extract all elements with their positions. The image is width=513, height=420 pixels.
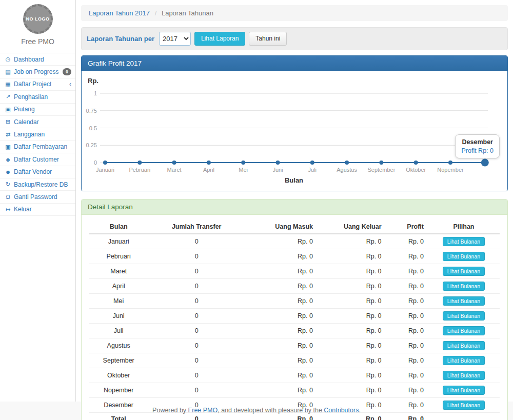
dashboard-icon: ◷ — [4, 56, 12, 63]
month-cell: Maret — [89, 264, 148, 279]
chart-container: Rp.10.750.50.250JanuariPebruariMaretApri… — [82, 71, 507, 191]
action-cell: Lihat Bulanan — [428, 353, 500, 368]
column-header: Profit — [386, 220, 428, 234]
contributors-link[interactable]: Contributors — [324, 407, 359, 414]
report-panel-title: Detail Laporan — [82, 199, 507, 215]
breadcrumb-link[interactable]: Laporan Tahun 2017 — [89, 9, 150, 17]
year-select[interactable]: 2017 — [159, 32, 191, 46]
profit-cell: Rp. 0 — [386, 249, 428, 264]
month-cell: Pebruari — [89, 249, 148, 264]
action-cell: Lihat Bulanan — [428, 338, 500, 353]
profit-cell: Rp. 0 — [386, 234, 428, 249]
table-header-row: BulanJumlah TransferUang MasukUang Kelua… — [89, 220, 500, 234]
lihat-bulanan-button[interactable]: Lihat Bulanan — [443, 267, 485, 276]
transfer-cell: 0 — [148, 294, 245, 309]
svg-text:Mei: Mei — [239, 167, 248, 173]
profit-cell: Rp. 0 — [386, 353, 428, 368]
tooltip-title: Desember — [461, 138, 494, 146]
table-row: Juni0Rp. 0Rp. 0Rp. 0Lihat Bulanan — [89, 309, 500, 324]
sidebar-item-label: Dashboard — [14, 56, 44, 63]
chevron-left-icon: ‹ — [69, 81, 71, 88]
sidebar-item-keluar[interactable]: ↦Keluar — [0, 204, 75, 216]
chart-tooltip: Desember Profit Rp: 0 — [455, 134, 500, 158]
month-cell: Januari — [89, 234, 148, 249]
sidebar-item-backup-restore-db[interactable]: ↻Backup/Restore DB — [0, 178, 75, 191]
uang-masuk-cell: Rp. 0 — [245, 234, 317, 249]
svg-text:Maret: Maret — [167, 167, 182, 173]
action-cell: Lihat Bulanan — [428, 309, 500, 324]
action-cell: Lihat Bulanan — [428, 264, 500, 279]
sidebar-item-label: Keluar — [14, 206, 32, 213]
lihat-bulanan-button[interactable]: Lihat Bulanan — [443, 326, 485, 335]
sidebar-item-piutang[interactable]: ▣Piutang — [0, 104, 75, 116]
action-cell: Lihat Bulanan — [428, 324, 500, 338]
month-cell: April — [89, 279, 148, 294]
month-cell: Oktober — [89, 368, 148, 383]
profit-chart[interactable]: Rp.10.750.50.250JanuariPebruariMaretApri… — [86, 75, 502, 187]
sidebar-item-daftar-project[interactable]: ▦Daftar Project‹ — [0, 78, 75, 91]
sidebar-item-ganti-password[interactable]: ΩGanti Password — [0, 191, 75, 203]
lock-icon: Ω — [4, 194, 12, 200]
table-row: September0Rp. 0Rp. 0Rp. 0Lihat Bulanan — [89, 353, 500, 368]
sidebar-item-daftar-pembayaran[interactable]: ▣Daftar Pembayaran — [0, 141, 75, 153]
table-row: Agustus0Rp. 0Rp. 0Rp. 0Lihat Bulanan — [89, 338, 500, 353]
action-cell: Lihat Bulanan — [428, 368, 500, 383]
transfer-cell: 0 — [148, 338, 245, 353]
svg-text:Rp.: Rp. — [88, 77, 98, 85]
tooltip-value: Profit Rp: 0 — [461, 147, 494, 154]
logo-text: NO LOGO — [26, 16, 50, 22]
sidebar-item-langganan[interactable]: ⇄Langganan — [0, 128, 75, 141]
lihat-bulanan-button[interactable]: Lihat Bulanan — [443, 341, 485, 350]
uang-masuk-cell: Rp. 0 — [245, 279, 317, 294]
transfer-cell: 0 — [148, 383, 245, 398]
sidebar-item-job-on-progress[interactable]: ▤Job on Progress0 — [0, 66, 75, 78]
month-cell: Mei — [89, 294, 148, 309]
svg-text:0.5: 0.5 — [89, 125, 97, 131]
month-cell: Desember — [89, 398, 148, 413]
month-cell: Nopember — [89, 383, 148, 398]
action-cell: Lihat Bulanan — [428, 234, 500, 249]
table-row: Oktober0Rp. 0Rp. 0Rp. 0Lihat Bulanan — [89, 368, 500, 383]
uang-masuk-cell: Rp. 0 — [245, 324, 317, 338]
uang-keluar-cell: Rp. 0 — [317, 383, 386, 398]
column-header: Uang Keluar — [317, 220, 386, 234]
action-cell: Lihat Bulanan — [428, 398, 500, 413]
profit-cell: Rp. 0 — [386, 398, 428, 413]
lihat-bulanan-button[interactable]: Lihat Bulanan — [443, 371, 485, 380]
column-header: Pilihan — [428, 220, 500, 234]
profit-cell: Rp. 0 — [386, 309, 428, 324]
lihat-bulanan-button[interactable]: Lihat Bulanan — [443, 386, 485, 395]
uang-keluar-cell: Rp. 0 — [317, 249, 386, 264]
svg-text:Pebruari: Pebruari — [129, 167, 151, 173]
sidebar-item-calendar[interactable]: ⊞Calendar — [0, 116, 75, 128]
svg-text:Bulan: Bulan — [285, 176, 303, 184]
sidebar-item-penghasilan[interactable]: ↗Penghasilan — [0, 91, 75, 103]
uang-keluar-cell: Rp. 0 — [317, 338, 386, 353]
lihat-laporan-button[interactable]: Lihat Laporan — [194, 32, 245, 46]
lihat-bulanan-button[interactable]: Lihat Bulanan — [443, 356, 485, 365]
transfer-cell: 0 — [148, 279, 245, 294]
report-table-wrap: BulanJumlah TransferUang MasukUang Kelua… — [82, 215, 507, 420]
app-window: NO LOGO Free PMO ◷Dashboard▤Job on Progr… — [0, 0, 513, 402]
lihat-bulanan-button[interactable]: Lihat Bulanan — [443, 401, 485, 410]
controls-label: Laporan Tahunan per — [87, 35, 154, 43]
tahun-ini-button[interactable]: Tahun ini — [249, 32, 287, 46]
free-pmo-link[interactable]: Free PMO — [188, 407, 218, 414]
svg-text:0: 0 — [94, 159, 97, 166]
lihat-bulanan-button[interactable]: Lihat Bulanan — [443, 237, 485, 246]
uang-masuk-cell: Rp. 0 — [245, 309, 317, 324]
uang-masuk-cell: Rp. 0 — [245, 383, 317, 398]
lihat-bulanan-button[interactable]: Lihat Bulanan — [443, 296, 485, 306]
month-cell: September — [89, 353, 148, 368]
lihat-bulanan-button[interactable]: Lihat Bulanan — [443, 252, 485, 261]
sidebar-item-daftar-vendor[interactable]: ☻Daftar Vendor — [0, 166, 75, 178]
lihat-bulanan-button[interactable]: Lihat Bulanan — [443, 282, 485, 291]
sidebar-item-daftar-customer[interactable]: ☻Daftar Customer — [0, 153, 75, 166]
action-cell: Lihat Bulanan — [428, 383, 500, 398]
sidebar-item-dashboard[interactable]: ◷Dashboard — [0, 53, 75, 66]
uang-keluar-cell: Rp. 0 — [317, 324, 386, 338]
profit-cell: Rp. 0 — [386, 324, 428, 338]
uang-masuk-cell: Rp. 0 — [245, 368, 317, 383]
lihat-bulanan-button[interactable]: Lihat Bulanan — [443, 311, 485, 321]
sign-out-icon: ↦ — [4, 206, 12, 213]
